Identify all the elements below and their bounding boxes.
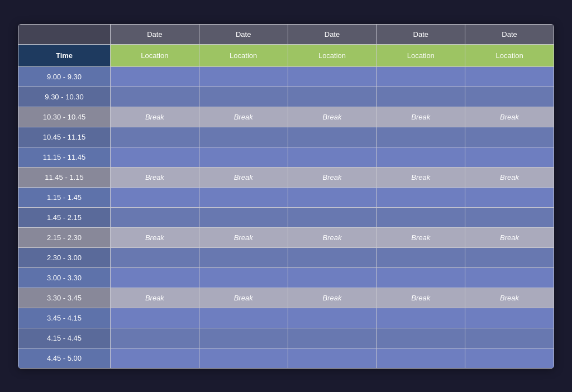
slot-cell[interactable] [288, 147, 376, 167]
time-cell: 4.15 - 4.45 [18, 328, 111, 348]
time-cell: 1.45 - 2.15 [18, 207, 111, 227]
slot-cell[interactable] [111, 308, 199, 328]
slot-cell[interactable] [288, 187, 376, 207]
break-cell: Break [465, 227, 554, 247]
schedule-table: Date Date Date Date Date Time Location L… [18, 24, 554, 369]
time-cell: 9.00 - 9.30 [18, 66, 111, 87]
table-row: 9.00 - 9.30 [18, 66, 554, 87]
slot-cell[interactable] [465, 147, 554, 167]
time-cell: 3.00 - 3.30 [18, 267, 111, 288]
table-row: 11.45 - 1.15BreakBreakBreakBreakBreak [18, 167, 554, 187]
slot-cell[interactable] [199, 187, 288, 207]
slot-cell[interactable] [199, 308, 288, 328]
slot-cell[interactable] [111, 267, 199, 288]
slot-cell[interactable] [376, 267, 465, 288]
break-cell: Break [288, 107, 376, 127]
slot-cell[interactable] [111, 66, 199, 87]
break-cell: Break [199, 167, 288, 187]
slot-cell[interactable] [199, 328, 288, 348]
slot-cell[interactable] [111, 348, 199, 368]
table-row: 4.15 - 4.45 [18, 328, 554, 348]
slot-cell[interactable] [465, 87, 554, 107]
slot-cell[interactable] [465, 247, 554, 267]
slot-cell[interactable] [199, 247, 288, 267]
slot-cell[interactable] [111, 187, 199, 207]
slot-cell[interactable] [376, 66, 465, 87]
slot-cell[interactable] [288, 267, 376, 288]
date-col-3: Date [288, 24, 376, 44]
table-row: 10.30 - 10.45BreakBreakBreakBreakBreak [18, 107, 554, 127]
date-col-4: Date [376, 24, 465, 44]
slot-cell[interactable] [288, 87, 376, 107]
slot-cell[interactable] [199, 207, 288, 227]
time-cell: 1.15 - 1.45 [18, 187, 111, 207]
slot-cell[interactable] [199, 348, 288, 368]
break-cell: Break [288, 227, 376, 247]
slot-cell[interactable] [288, 127, 376, 147]
slot-cell[interactable] [111, 328, 199, 348]
date-col-1: Date [111, 24, 199, 44]
slot-cell[interactable] [199, 147, 288, 167]
table-row: 1.45 - 2.15 [18, 207, 554, 227]
time-cell: 3.30 - 3.45 [18, 288, 111, 308]
slot-cell[interactable] [288, 66, 376, 87]
slot-cell[interactable] [288, 308, 376, 328]
slot-cell[interactable] [199, 127, 288, 147]
break-cell: Break [465, 167, 554, 187]
slot-cell[interactable] [288, 207, 376, 227]
slot-cell[interactable] [111, 207, 199, 227]
slot-cell[interactable] [376, 247, 465, 267]
slot-cell[interactable] [376, 328, 465, 348]
schedule-body: 9.00 - 9.309.30 - 10.3010.30 - 10.45Brea… [18, 66, 554, 368]
slot-cell[interactable] [465, 66, 554, 87]
slot-cell[interactable] [376, 308, 465, 328]
slot-cell[interactable] [376, 348, 465, 368]
break-cell: Break [111, 167, 199, 187]
slot-cell[interactable] [111, 147, 199, 167]
break-cell: Break [288, 288, 376, 308]
slot-cell[interactable] [111, 247, 199, 267]
location-col-5: Location [465, 44, 554, 66]
slot-cell[interactable] [199, 87, 288, 107]
time-cell: 11.45 - 1.15 [18, 167, 111, 187]
date-header-row: Date Date Date Date Date [18, 24, 554, 44]
slot-cell[interactable] [376, 127, 465, 147]
break-cell: Break [111, 288, 199, 308]
slot-cell[interactable] [465, 348, 554, 368]
slot-cell[interactable] [465, 328, 554, 348]
slot-cell[interactable] [111, 87, 199, 107]
location-col-2: Location [199, 44, 288, 66]
table-row: 3.00 - 3.30 [18, 267, 554, 288]
slot-cell[interactable] [465, 127, 554, 147]
break-cell: Break [199, 227, 288, 247]
slot-cell[interactable] [465, 308, 554, 328]
time-cell: 10.30 - 10.45 [18, 107, 111, 127]
slot-cell[interactable] [376, 207, 465, 227]
slot-cell[interactable] [199, 267, 288, 288]
table-row: 2.30 - 3.00 [18, 247, 554, 267]
slot-cell[interactable] [199, 66, 288, 87]
slot-cell[interactable] [288, 348, 376, 368]
slot-cell[interactable] [288, 247, 376, 267]
slot-cell[interactable] [465, 207, 554, 227]
break-cell: Break [376, 288, 465, 308]
break-cell: Break [199, 107, 288, 127]
slot-cell[interactable] [376, 87, 465, 107]
slot-cell[interactable] [465, 267, 554, 288]
time-column-header: Time [18, 44, 111, 66]
slot-cell[interactable] [111, 127, 199, 147]
slot-cell[interactable] [288, 328, 376, 348]
break-cell: Break [376, 107, 465, 127]
location-col-4: Location [376, 44, 465, 66]
break-cell: Break [111, 107, 199, 127]
time-cell: 2.15 - 2.30 [18, 227, 111, 247]
table-row: 4.45 - 5.00 [18, 348, 554, 368]
slot-cell[interactable] [376, 147, 465, 167]
time-cell: 9.30 - 10.30 [18, 87, 111, 107]
time-cell: 11.15 - 11.45 [18, 147, 111, 167]
break-cell: Break [465, 107, 554, 127]
slot-cell[interactable] [376, 187, 465, 207]
slot-cell[interactable] [465, 187, 554, 207]
break-cell: Break [376, 167, 465, 187]
table-row: 2.15 - 2.30BreakBreakBreakBreakBreak [18, 227, 554, 247]
